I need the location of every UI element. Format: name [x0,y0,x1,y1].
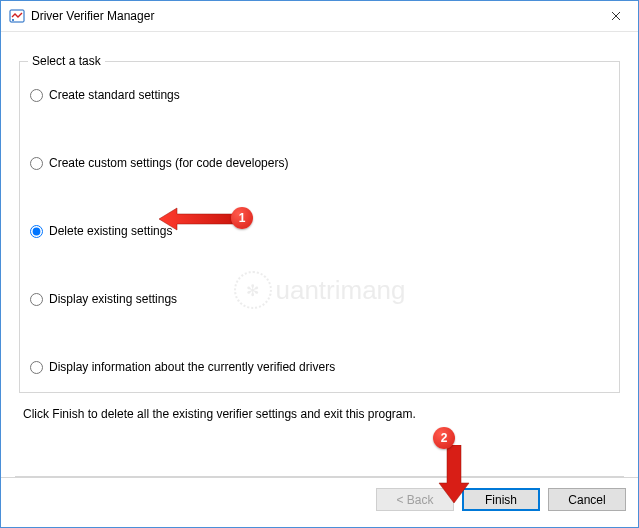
radio-display-existing[interactable]: Display existing settings [30,292,611,306]
close-button[interactable] [593,1,638,31]
radio-create-custom[interactable]: Create custom settings (for code develop… [30,156,611,170]
titlebar: Driver Verifier Manager [1,1,638,32]
radio-label: Create standard settings [49,88,180,102]
window-title: Driver Verifier Manager [31,9,593,23]
radio-input[interactable] [30,361,43,374]
radio-label: Display information about the currently … [49,360,335,374]
radio-input[interactable] [30,157,43,170]
svg-point-1 [12,19,14,21]
radio-delete-existing[interactable]: Delete existing settings [30,224,611,238]
annotation-arrow-2 [433,445,475,503]
svg-marker-3 [439,445,469,503]
radio-input[interactable] [30,225,43,238]
radio-create-standard[interactable]: Create standard settings [30,88,611,102]
help-text: Click Finish to delete all the existing … [23,407,618,421]
close-icon [611,11,621,21]
radio-label: Create custom settings (for code develop… [49,156,288,170]
radio-label: Delete existing settings [49,224,172,238]
radio-input[interactable] [30,89,43,102]
radio-input[interactable] [30,293,43,306]
dialog-content: Select a task Create standard settings C… [1,32,638,478]
group-legend: Select a task [28,54,105,68]
radio-label: Display existing settings [49,292,177,306]
annotation-badge-2: 2 [433,427,455,449]
button-bar: < Back Finish Cancel [1,477,638,527]
cancel-button[interactable]: Cancel [548,488,626,511]
app-icon [9,8,25,24]
dialog-window: Driver Verifier Manager Select a task Cr… [0,0,639,528]
annotation-badge-1: 1 [231,207,253,229]
radio-display-info[interactable]: Display information about the currently … [30,360,611,374]
task-group: Select a task Create standard settings C… [19,54,620,393]
